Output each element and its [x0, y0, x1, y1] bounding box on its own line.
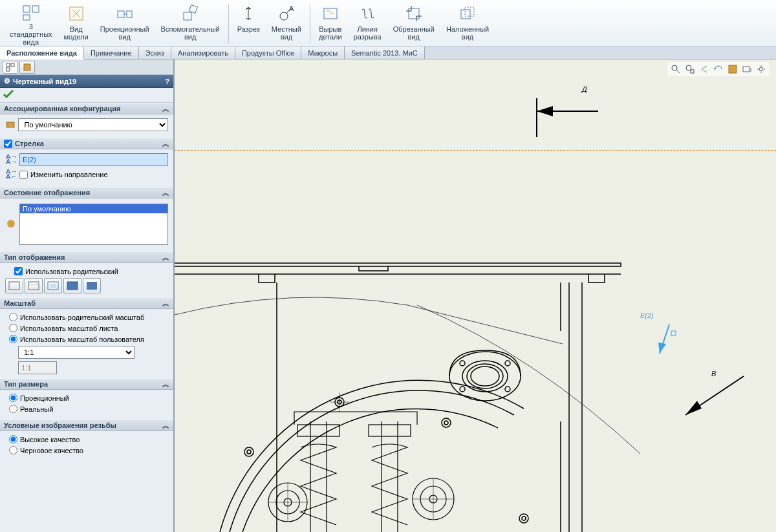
svg-rect-67 — [297, 425, 339, 436]
svg-rect-2 — [23, 15, 30, 20]
svg-point-52 — [505, 387, 510, 392]
svg-rect-1 — [32, 6, 39, 12]
style-hidden-visible[interactable] — [25, 278, 43, 293]
svg-point-60 — [444, 421, 448, 425]
ribbon-projection-view[interactable]: Проекционныйвид — [94, 1, 155, 46]
scale-user-radio[interactable] — [9, 335, 17, 343]
section-arrow-head[interactable]: Стрелка ︽ — [0, 138, 173, 149]
chevron-up-icon: ︽ — [162, 188, 169, 198]
ribbon-alternate-view[interactable]: Наложенныйвид — [440, 1, 495, 46]
svg-point-56 — [247, 450, 251, 454]
arrow-label-input[interactable] — [19, 153, 168, 166]
property-panel: ⚙ Чертежный вид19 ? Ассоциированная конф… — [0, 59, 175, 532]
display-state-listbox[interactable]: По умолчанию — [19, 204, 168, 245]
svg-point-50 — [471, 367, 499, 386]
config-combo[interactable]: По умолчанию — [18, 118, 168, 131]
svg-point-61 — [519, 514, 528, 523]
tab-annotation[interactable]: Примечание — [84, 47, 139, 59]
ribbon-crop-view[interactable]: Обрезанныйвид — [387, 1, 440, 46]
tab-office[interactable]: Продукты Office — [235, 47, 301, 59]
chevron-up-icon: ︽ — [162, 104, 169, 114]
svg-marker-87 — [685, 401, 702, 415]
dim-true-radio[interactable] — [9, 405, 17, 413]
command-tabbar: Расположение вида Примечание Эскиз Анали… — [0, 47, 776, 59]
section-scale-head[interactable]: Масштаб ︽ — [0, 297, 173, 309]
chevron-up-icon: ︽ — [162, 379, 169, 389]
style-shaded-edges[interactable] — [63, 278, 81, 293]
svg-point-49 — [467, 364, 503, 388]
display-state-icon — [5, 218, 17, 229]
tab-sketch[interactable]: Эскиз — [139, 47, 171, 59]
section-display-type-head[interactable]: Тип отображения ︽ — [0, 251, 173, 263]
scale-text-input — [18, 361, 57, 374]
ribbon-toolbar: 3стандартных вида Видмодели Проекционный… — [0, 0, 776, 47]
svg-rect-11 — [409, 8, 419, 19]
svg-rect-4 — [118, 11, 124, 17]
ribbon-3-standard-views[interactable]: 3стандартных вида — [4, 1, 58, 46]
drawing-canvas[interactable]: Д — [175, 59, 776, 532]
ribbon-model-view[interactable]: Видмодели — [58, 1, 94, 46]
style-shaded[interactable] — [83, 278, 101, 293]
break-line-icon — [357, 3, 378, 24]
svg-point-47 — [449, 352, 521, 401]
scale-combo[interactable]: 1:1 — [18, 346, 135, 359]
section-icon — [238, 3, 259, 24]
chevron-up-icon: ︽ — [162, 421, 169, 431]
tab-view-layout[interactable]: Расположение вида — [0, 47, 84, 59]
svg-text:A←: A← — [6, 173, 16, 180]
help-button[interactable]: ? — [165, 78, 169, 85]
scale-sheet-radio[interactable] — [9, 324, 17, 332]
projection-view-icon — [114, 3, 135, 24]
ribbon-break-line[interactable]: Линияразрыва — [348, 1, 387, 46]
svg-rect-25 — [28, 282, 39, 290]
arrow-reverse-icon: A→A← — [5, 169, 17, 180]
svg-point-59 — [442, 418, 451, 427]
use-parent-style-checkbox[interactable] — [14, 267, 23, 275]
section-config-head[interactable]: Ассоциированная конфигурация ︽ — [0, 103, 173, 114]
ok-check-icon[interactable] — [3, 89, 14, 100]
svg-rect-15 — [11, 63, 14, 67]
ribbon-section[interactable]: Разрез — [232, 1, 266, 46]
reverse-direction-checkbox[interactable] — [19, 171, 28, 179]
config-icon — [5, 119, 16, 131]
list-item[interactable]: По умолчанию — [20, 204, 167, 213]
svg-rect-17 — [24, 64, 30, 70]
dim-projected-radio[interactable] — [9, 394, 17, 402]
tab-evaluate[interactable]: Анализировать — [171, 47, 235, 59]
thread-high-radio[interactable] — [9, 435, 17, 443]
svg-marker-84 — [658, 343, 666, 354]
svg-point-53 — [460, 361, 465, 366]
thread-draft-radio[interactable] — [9, 446, 17, 454]
chevron-up-icon: ︽ — [162, 299, 169, 308]
ribbon-broken-out[interactable]: Вырывдетали — [313, 1, 348, 46]
section-dim-type-head[interactable]: Тип размера ︽ — [0, 378, 173, 390]
svg-rect-12 — [461, 10, 470, 19]
panel-tab-property[interactable] — [19, 61, 35, 74]
reverse-direction-label: Изменить направление — [30, 171, 108, 178]
section-display-state-head[interactable]: Состояние отображения ︽ — [0, 187, 173, 198]
ribbon-auxiliary-view[interactable]: Вспомогательныйвид — [155, 1, 226, 46]
svg-rect-28 — [50, 284, 56, 288]
chevron-up-icon: ︽ — [162, 139, 169, 149]
svg-rect-7 — [189, 5, 198, 14]
tab-macros[interactable]: Макросы — [301, 47, 345, 59]
panel-tab-feature[interactable] — [3, 61, 18, 74]
style-hidden-removed[interactable] — [44, 278, 62, 293]
alternate-view-icon — [457, 3, 478, 24]
svg-text:В: В — [711, 370, 716, 378]
scale-parent-radio[interactable] — [9, 313, 17, 321]
broken-out-icon — [320, 3, 341, 24]
svg-text:Е(2): Е(2) — [640, 312, 654, 319]
style-wireframe[interactable] — [5, 278, 23, 293]
svg-point-62 — [522, 516, 526, 520]
panel-title: Чертежный вид19 — [13, 78, 76, 85]
svg-rect-14 — [6, 63, 10, 67]
arrow-checkbox[interactable] — [4, 140, 12, 148]
ribbon-detail-view[interactable]: A Местныйвид — [266, 1, 307, 46]
tab-semantic[interactable]: Semantic 2013. МиС — [345, 47, 425, 59]
confirm-row — [0, 88, 173, 103]
svg-rect-13 — [465, 7, 474, 16]
panel-title-bar: ⚙ Чертежный вид19 ? — [0, 75, 173, 88]
svg-text:A: A — [289, 5, 294, 12]
section-thread-head[interactable]: Условные изображения резьбы ︽ — [0, 420, 173, 431]
